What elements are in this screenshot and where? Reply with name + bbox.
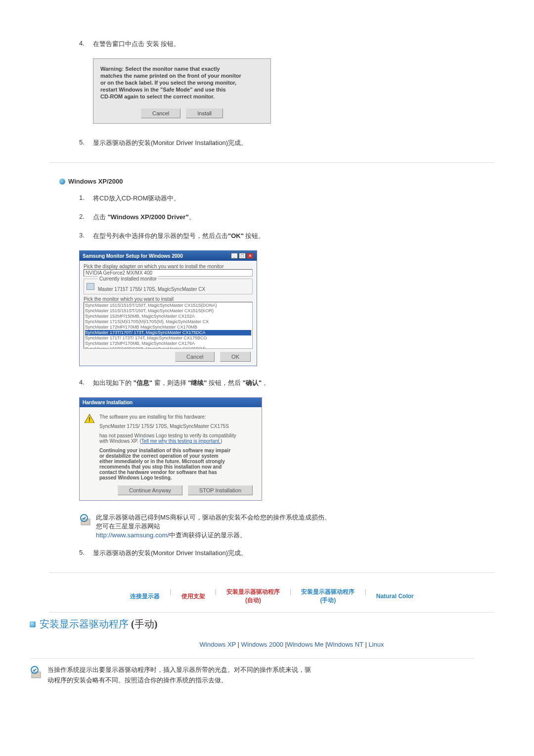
hw-title: Hardware Installation <box>80 398 262 407</box>
section-windows-xp-2000: Windows XP/2000 <box>59 178 504 185</box>
list-item[interactable]: SyncMaster 172MP/170MB, MagicSyncMaster … <box>85 341 251 346</box>
cert-line3: 中查询获得认证的显示器。 <box>169 531 246 539</box>
main-heading: 安装显示器驱动程序 (手动) <box>30 617 504 631</box>
list-item[interactable]: SyncMaster 172MP/170MB MagicSyncMaster C… <box>85 325 251 330</box>
list-item[interactable]: SyncMaster 151S/151ST/150T, MagicSyncMas… <box>85 308 251 314</box>
xp-step-5: 5. 显示器驱动器的安装(Monitor Driver Installation… <box>79 549 504 558</box>
step-suffix: 。 <box>189 213 195 221</box>
xp-step-2: 2. 点击 "Windows XP/2000 Driver"。 <box>79 213 504 222</box>
list-item[interactable]: SyncMaster 171S(M)/170S(M)/170S(M), Magi… <box>85 319 251 325</box>
note-line2: 动程序的安装会略有不同。按照适合你的操作系统的指示去做。 <box>47 676 227 684</box>
cancel-button[interactable]: Cancel <box>141 108 180 118</box>
hw-line1: The software you are installing for this… <box>99 414 255 420</box>
heading-paren-open: ( <box>131 618 134 629</box>
hw-line3: has not passed Windows Logo testing to v… <box>99 433 255 444</box>
install-step-5: 5. 显示器驱动器的安装(Monitor Driver Installation… <box>79 139 504 147</box>
xp-step-4: 4. 如出现如下的 "信息" 窗，则选择 "继续" 按钮，然后 "确认" 。 <box>79 378 504 387</box>
install-button[interactable]: Install <box>186 108 223 118</box>
hw-line2: SyncMaster 171S/ 175S/ 170S, MagicSyncMa… <box>99 424 255 429</box>
samsung-link[interactable]: http://www.samsung.com/ <box>96 531 169 539</box>
step-text: 显示器驱动器的安装(Monitor Driver Installation)完成… <box>93 139 504 147</box>
nav-label: 使用支架 <box>181 592 205 601</box>
setup-line1: Pick the display adapter on which you wa… <box>84 264 253 269</box>
link-windows-nt[interactable]: Windows NT <box>327 641 363 648</box>
nav-connect[interactable]: 连接显示器 <box>130 588 160 605</box>
step-bold: "OK" <box>228 232 244 239</box>
t: has not passed Windows Logo testing to v… <box>99 433 236 438</box>
why-testing-link[interactable]: Tell me why this testing is important. <box>141 438 221 444</box>
t: 窗，则选择 <box>152 379 188 386</box>
minimize-icon[interactable]: _ <box>231 253 238 259</box>
step-num: 3. <box>79 232 89 240</box>
nav-auto-driver[interactable]: 安装显示器驱动程序 (自动) <box>226 588 280 605</box>
step-text: 如出现如下的 "信息" 窗，则选择 "继续" 按钮，然后 "确认" 。 <box>93 378 504 387</box>
t: recommends that you stop this installati… <box>99 464 222 470</box>
os-links: Windows XP | Windows 2000 |Windows Me |W… <box>79 641 504 648</box>
link-windows-xp[interactable]: Windows XP <box>200 641 236 648</box>
link-windows-me[interactable]: Windows Me <box>287 641 323 648</box>
nav-sep: | <box>364 588 366 605</box>
list-item[interactable]: SyncMaster 152MP/150MB, MagicSyncMaster … <box>85 314 251 319</box>
step-suffix: 按钮。 <box>244 232 265 239</box>
list-item-selected[interactable]: SyncMaster 173T/170T/ 173T, MagicSyncMas… <box>85 330 251 335</box>
note-line1: 当操作系统提示出要显示器驱动程序时，插入显示器所带的光盘。对不同的操作系统来说，… <box>47 666 311 673</box>
cancel-button[interactable]: Cancel <box>175 352 215 362</box>
monitor-list[interactable]: SyncMaster 151S/151ST/150T, MagicSyncMas… <box>84 302 253 349</box>
t: ) <box>221 438 222 444</box>
monitor-icon <box>87 283 94 290</box>
step-text: 在警告窗口中点击 安装 按钮。 <box>93 40 504 48</box>
nav-sep: | <box>170 588 171 605</box>
warning-dialog-image: Warning: Select the monitor name that ex… <box>93 58 271 124</box>
step-num: 5. <box>79 139 89 147</box>
window-buttons: _□× <box>230 253 254 259</box>
t: 如出现如下的 <box>93 379 134 386</box>
t: 。 <box>262 379 270 386</box>
step-num: 4. <box>79 378 89 387</box>
nav-sep: | <box>290 588 291 605</box>
stop-installation-button[interactable]: STOP Installation <box>188 485 253 495</box>
current-monitor-text: Master 1715T 1755/ 170S, MagicSyncMaster… <box>98 286 238 292</box>
step-text: 在型号列表中选择你的显示器的型号，然后点击"OK" 按钮。 <box>93 232 504 240</box>
ok-button[interactable]: OK <box>220 352 251 362</box>
nav-stand[interactable]: 使用支架 <box>181 588 205 605</box>
step-num: 1. <box>79 194 89 203</box>
step-bold: "Windows XP/2000 Driver" <box>108 213 189 221</box>
nav-label: 安装显示器驱动程序 (自动) <box>226 588 280 605</box>
close-icon[interactable]: × <box>247 253 254 259</box>
xp-step-3: 3. 在型号列表中选择你的显示器的型号，然后点击"OK" 按钮。 <box>79 232 504 240</box>
cert-line2: 您可在三星显示器网站 <box>96 522 160 530</box>
list-item[interactable]: SyncMaster 181B/180B/180B, MagicSyncMast… <box>85 346 251 349</box>
heading-manual: 手动 <box>134 618 154 629</box>
nav-natural-color[interactable]: Natural Color <box>376 588 414 605</box>
t: contact the hardware vendor for software… <box>99 470 217 475</box>
list-item[interactable]: SyncMaster 151S/151ST/150T, MagicSyncMas… <box>85 303 251 308</box>
nav-label: Natural Color <box>376 593 414 600</box>
link-windows-2000[interactable]: Windows 2000 <box>241 641 283 648</box>
svg-rect-2 <box>81 519 90 525</box>
heading-bullet-icon <box>30 621 36 627</box>
t: passed Windows Logo testing. <box>99 475 172 480</box>
link-linux[interactable]: Linux <box>368 641 384 648</box>
hw-warn-paragraph: Continuing your installation of this sof… <box>99 448 255 480</box>
section-title-text: Windows XP/2000 <box>68 178 123 185</box>
step-prefix: 在型号列表中选择你的显示器的型号，然后点击 <box>93 232 228 239</box>
continue-anyway-button[interactable]: Continue Anyway <box>118 485 182 495</box>
svg-text:!: ! <box>89 416 90 423</box>
maximize-icon[interactable]: □ <box>239 253 246 259</box>
nav-label: 连接显示器 <box>130 592 160 601</box>
hardware-installation-dialog: Hardware Installation ! The software you… <box>79 397 262 501</box>
step-num: 2. <box>79 213 89 222</box>
note-icon <box>30 665 44 680</box>
t: 按钮，然后 <box>207 379 243 386</box>
t-bold: "继续" <box>188 379 207 386</box>
nav-manual-driver[interactable]: 安装显示器驱动程序 (手动) <box>301 588 355 605</box>
list-item[interactable]: SyncMaster 171T/ 173T/ 174T, MagicSyncMa… <box>85 335 251 341</box>
heading-text: 安装显示器驱动程序 <box>40 618 131 629</box>
nav-bar: 连接显示器 | 使用支架 | 安装显示器驱动程序 (自动) | 安装显示器驱动程… <box>49 588 494 613</box>
t-bold: "确认" <box>243 379 262 386</box>
current-monitor-fieldset: Currently installed monitor Master 1715T… <box>84 279 253 294</box>
divider <box>49 572 494 573</box>
certification-icon <box>79 513 93 527</box>
step-prefix: 点击 <box>93 213 108 221</box>
adapter-dropdown[interactable]: NVIDIA GeForce2 MX/MX 400 <box>84 269 253 277</box>
